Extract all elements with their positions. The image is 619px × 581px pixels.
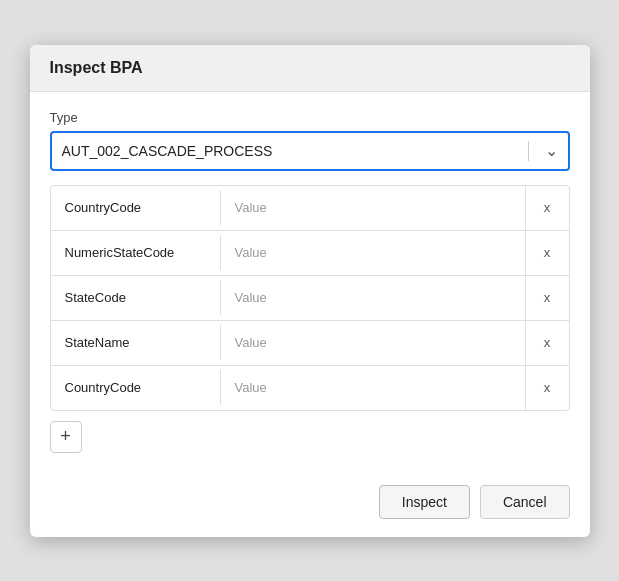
chevron-down-icon: ⌄ bbox=[545, 141, 558, 160]
select-divider bbox=[528, 141, 529, 161]
row-remove-button[interactable]: x bbox=[525, 186, 569, 230]
row-remove-button[interactable]: x bbox=[525, 276, 569, 320]
row-key: StateName bbox=[51, 325, 221, 360]
row-remove-button[interactable]: x bbox=[525, 231, 569, 275]
dialog-body: Type AUT_002_CASCADE_PROCESS ⌄ CountryCo… bbox=[30, 92, 590, 471]
table-row: StateCodeValuex bbox=[51, 276, 569, 321]
table-row: CountryCodeValuex bbox=[51, 366, 569, 410]
dialog-footer: Inspect Cancel bbox=[30, 471, 590, 537]
row-remove-button[interactable]: x bbox=[525, 321, 569, 365]
row-value-input[interactable]: Value bbox=[221, 325, 525, 360]
row-value-input[interactable]: Value bbox=[221, 370, 525, 405]
cancel-button[interactable]: Cancel bbox=[480, 485, 570, 519]
table-scroll-area[interactable]: CountryCodeValuexNumericStateCodeValuexS… bbox=[51, 186, 569, 410]
params-table: CountryCodeValuexNumericStateCodeValuexS… bbox=[50, 185, 570, 411]
type-select[interactable]: AUT_002_CASCADE_PROCESS ⌄ bbox=[50, 131, 570, 171]
row-key: CountryCode bbox=[51, 370, 221, 405]
row-value-input[interactable]: Value bbox=[221, 280, 525, 315]
type-select-value: AUT_002_CASCADE_PROCESS bbox=[62, 143, 520, 159]
inspect-bpa-dialog: Inspect BPA Type AUT_002_CASCADE_PROCESS… bbox=[30, 45, 590, 537]
row-value-input[interactable]: Value bbox=[221, 190, 525, 225]
row-key: CountryCode bbox=[51, 190, 221, 225]
row-value-input[interactable]: Value bbox=[221, 235, 525, 270]
row-remove-button[interactable]: x bbox=[525, 366, 569, 410]
table-row: StateNameValuex bbox=[51, 321, 569, 366]
row-key: NumericStateCode bbox=[51, 235, 221, 270]
table-row: CountryCodeValuex bbox=[51, 186, 569, 231]
dialog-title: Inspect BPA bbox=[50, 59, 143, 76]
type-field-label: Type bbox=[50, 110, 570, 125]
row-key: StateCode bbox=[51, 280, 221, 315]
inspect-button[interactable]: Inspect bbox=[379, 485, 470, 519]
add-row-button[interactable]: + bbox=[50, 421, 82, 453]
table-row: NumericStateCodeValuex bbox=[51, 231, 569, 276]
dialog-header: Inspect BPA bbox=[30, 45, 590, 92]
